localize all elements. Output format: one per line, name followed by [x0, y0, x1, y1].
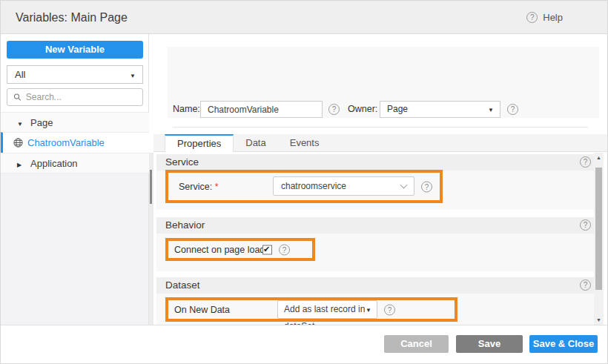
sidebar-scrollbar[interactable]: [149, 153, 153, 325]
section-title: Dataset: [165, 277, 200, 294]
new-variable-button[interactable]: New Variable: [7, 41, 143, 59]
detail-tabs: Properties Data Events: [153, 134, 608, 152]
dialog-header: Variables: Main Page ? Help: [1, 1, 608, 34]
service-value: chatroomservice: [281, 181, 346, 191]
tree-node-page[interactable]: Page: [1, 112, 149, 132]
globe-icon: [13, 138, 23, 148]
scroll-down-arrow-icon[interactable]: ▼: [594, 315, 604, 325]
tree-node-label: ChatroomVariable: [27, 133, 105, 153]
service-field-label: Service: *: [179, 173, 219, 200]
sidebar-empty-area: [1, 173, 148, 325]
scroll-up-arrow-icon[interactable]: ▲: [594, 153, 604, 162]
section-help-icon[interactable]: ?: [580, 156, 591, 168]
highlight-box-service: Service: * chatroomservice ?: [165, 170, 443, 203]
chevron-down-icon: [400, 182, 408, 189]
owner-value: Page: [387, 104, 408, 114]
tree-node-application[interactable]: Application: [1, 153, 149, 173]
search-input[interactable]: [26, 92, 136, 102]
divider: [173, 127, 588, 128]
service-section-header: Service ?: [156, 154, 594, 171]
chevron-down-icon: [130, 66, 136, 85]
variables-dialog: Variables: Main Page ? Help New Variable…: [0, 0, 608, 364]
page-title: Variables: Main Page: [16, 1, 128, 34]
help-link[interactable]: ? Help: [526, 1, 563, 34]
filter-value: All: [15, 69, 25, 80]
connect-on-page-load-label: Connect on page load: [174, 241, 265, 258]
behavior-section-header: Behavior ?: [156, 217, 594, 234]
tree-node-label: Page: [30, 113, 53, 133]
variable-summary-card: Name: * ? Owner: * Page ? Variable Type:…: [168, 47, 599, 118]
name-help-icon[interactable]: ?: [328, 104, 340, 115]
expand-collapse-icon[interactable]: [17, 113, 23, 134]
tree-node-label: Application: [30, 153, 78, 173]
variables-sidebar: New Variable All Page: [1, 34, 149, 325]
cancel-button[interactable]: Cancel: [384, 335, 449, 353]
dataset-section-header: Dataset ?: [156, 277, 594, 294]
owner-help-icon[interactable]: ?: [507, 104, 518, 115]
tab-events[interactable]: Events: [278, 134, 331, 152]
scrollbar-thumb[interactable]: [150, 170, 152, 204]
search-icon: [13, 93, 22, 102]
dialog-footer: Cancel Save Save & Close: [1, 325, 608, 364]
tab-data[interactable]: Data: [234, 134, 277, 152]
chevron-down-icon: [488, 102, 494, 118]
save-and-close-button[interactable]: Save & Close: [529, 335, 598, 353]
properties-scrollbar[interactable]: ▲ ▼: [594, 153, 604, 325]
name-input[interactable]: [200, 101, 323, 118]
search-box[interactable]: [7, 88, 143, 106]
section-help-icon[interactable]: ?: [580, 219, 591, 231]
required-marker: *: [215, 182, 219, 192]
dataset-help-icon[interactable]: ?: [384, 304, 395, 315]
variable-tree: Page ChatroomVariable Application: [1, 112, 149, 173]
caret-down-icon: [366, 301, 371, 319]
owner-select[interactable]: Page: [380, 101, 500, 118]
section-help-icon[interactable]: ?: [580, 279, 591, 291]
expand-collapse-icon[interactable]: [17, 153, 22, 175]
help-circle-icon: ?: [526, 12, 538, 23]
behavior-help-icon[interactable]: ?: [279, 244, 290, 255]
connect-on-page-load-checkbox[interactable]: [262, 245, 272, 254]
section-title: Service: [165, 154, 199, 171]
owner-label: Owner: *: [348, 101, 384, 118]
highlight-box-behavior: Connect on page load ?: [165, 238, 315, 261]
on-new-data-select[interactable]: Add as last record in dataSet: [277, 300, 377, 319]
help-label: Help: [543, 12, 563, 23]
tree-node-chatroomvariable[interactable]: ChatroomVariable: [1, 132, 149, 153]
variable-filter-select[interactable]: All: [7, 65, 143, 84]
highlight-box-dataset: On New Data Add as last record in dataSe…: [165, 297, 457, 322]
section-title: Behavior: [165, 217, 205, 234]
tab-properties[interactable]: Properties: [165, 134, 234, 152]
on-new-data-label: On New Data: [174, 300, 230, 319]
save-button[interactable]: Save: [456, 335, 523, 353]
service-select[interactable]: chatroomservice: [273, 176, 414, 196]
scrollbar-thumb[interactable]: [595, 168, 602, 290]
service-help-icon[interactable]: ?: [421, 181, 432, 192]
